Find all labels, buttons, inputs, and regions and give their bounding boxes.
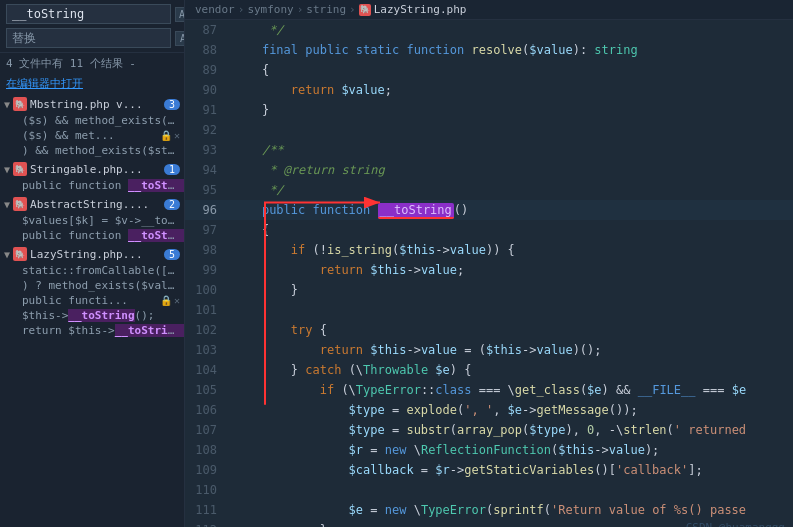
line-103: 103 return $this->value = ($this->value)… (185, 340, 793, 360)
filename-stringable: Stringable.php... (30, 163, 161, 176)
code-table: 87 */ 88 final public static function re… (185, 20, 793, 527)
line-code-87: */ (227, 20, 793, 40)
file-header-lazystring[interactable]: ▼ 🐘 LazyString.php... 5 (0, 245, 184, 263)
line-num-94: 94 (185, 160, 227, 180)
line-code-103: return $this->value = ($this->value)(); (227, 340, 793, 360)
line-num-92: 92 (185, 120, 227, 140)
search-input[interactable] (6, 4, 171, 24)
line-num-104: 104 (185, 360, 227, 380)
line-code-100: } (227, 280, 793, 300)
match-text-lazystring-2: public functi... (22, 294, 158, 307)
file-group-lazystring: ▼ 🐘 LazyString.php... 5 static::fromCall… (0, 245, 184, 338)
line-code-96: public function __toString() (227, 200, 793, 220)
line-96: 96 public function __toString() (185, 200, 793, 220)
line-code-93: /** (227, 140, 793, 160)
replace-input[interactable] (6, 28, 171, 48)
line-code-111: $e = new \TypeError(sprintf('Return valu… (227, 500, 793, 520)
code-container: 87 */ 88 final public static function re… (185, 20, 793, 527)
line-num-111: 111 (185, 500, 227, 520)
line-code-99: return $this->value; (227, 260, 793, 280)
match-lazystring-1[interactable]: ) ? method_exists($valu... (0, 278, 184, 293)
match-mbstring-2[interactable]: ) && method_exists($st... (0, 143, 184, 158)
line-95: 95 */ (185, 180, 793, 200)
line-code-104: } catch (\Throwable $e) { (227, 360, 793, 380)
file-header-abstractstring[interactable]: ▼ 🐘 AbstractString.... 2 (0, 195, 184, 213)
line-109: 109 $callback = $r->getStaticVariables()… (185, 460, 793, 480)
php-icon-mbstring: 🐘 (13, 97, 27, 111)
badge-stringable: 1 (164, 164, 180, 175)
badge-abstractstring: 2 (164, 199, 180, 210)
line-110: 110 (185, 480, 793, 500)
line-93: 93 /** (185, 140, 793, 160)
line-code-106: $type = explode(', ', $e->getMessage()); (227, 400, 793, 420)
file-list: ▼ 🐘 Mbstring.php v... 3 ($s) && method_e… (0, 95, 184, 527)
line-90: 90 return $value; (185, 80, 793, 100)
match-lazystring-0[interactable]: static::fromCallable([$v... (0, 263, 184, 278)
file-header-mbstring[interactable]: ▼ 🐘 Mbstring.php v... 3 (0, 95, 184, 113)
line-97: 97 { (185, 220, 793, 240)
php-icon-abstractstring: 🐘 (13, 197, 27, 211)
line-98: 98 if (!is_string($this->value)) { (185, 240, 793, 260)
line-code-88: final public static function resolve($va… (227, 40, 793, 60)
replace-ab-tag[interactable]: AB (175, 31, 185, 46)
line-num-90: 90 (185, 80, 227, 100)
breadcrumb-sep-3: › (349, 3, 356, 16)
line-102: 102 try { (185, 320, 793, 340)
filename-mbstring: Mbstring.php v... (30, 98, 161, 111)
close-icon-small[interactable]: ✕ (174, 130, 180, 141)
file-group-stringable: ▼ 🐘 Stringable.php... 1 public function … (0, 160, 184, 193)
match-mbstring-1[interactable]: ($s) && met... 🔒 ✕ (0, 128, 184, 143)
match-abstractstring-0[interactable]: $values[$k] = $v->__to... (0, 213, 184, 228)
chevron-down-icon-4: ▼ (4, 249, 10, 260)
line-code-92 (227, 120, 793, 140)
line-code-89: { (227, 60, 793, 80)
line-code-108: $r = new \ReflectionFunction($this->valu… (227, 440, 793, 460)
left-panel: Aa ab ✕ AB ⊞ 4 文件中有 11 个结果 - 在编辑器中打开 ▼ 🐘… (0, 0, 185, 527)
match-mbstring-0[interactable]: ($s) && method_exists(... (0, 113, 184, 128)
line-code-101 (227, 300, 793, 320)
line-num-88: 88 (185, 40, 227, 60)
chevron-down-icon-2: ▼ (4, 164, 10, 175)
match-stringable-0[interactable]: public function __toStri... (0, 178, 184, 193)
line-code-94: * @return string (227, 160, 793, 180)
line-104: 104 } catch (\Throwable $e) { (185, 360, 793, 380)
match-lazystring-2[interactable]: public functi... 🔒 ✕ (0, 293, 184, 308)
close-icon-small-2[interactable]: ✕ (174, 295, 180, 306)
aa-tag[interactable]: Aa (175, 7, 185, 22)
badge-lazystring: 5 (164, 249, 180, 260)
breadcrumb-string: string (306, 3, 346, 16)
breadcrumb-file-icon: 🐘 (359, 4, 371, 16)
line-num-96: 96 (185, 200, 227, 220)
line-code-109: $callback = $r->getStaticVariables()['ca… (227, 460, 793, 480)
breadcrumb-sep-2: › (297, 3, 304, 16)
file-group-mbstring: ▼ 🐘 Mbstring.php v... 3 ($s) && method_e… (0, 95, 184, 158)
line-100: 100 } (185, 280, 793, 300)
lock-icon: 🔒 (160, 130, 172, 141)
match-abstractstring-1[interactable]: public function __toStri... (0, 228, 184, 243)
match-text-mbstring-1: ($s) && met... (22, 129, 158, 142)
line-num-100: 100 (185, 280, 227, 300)
results-count: 4 文件中有 11 个结果 - (0, 53, 184, 74)
breadcrumb-vendor: vendor (195, 3, 235, 16)
match-lazystring-4[interactable]: return $this->__toStrin... (0, 323, 184, 338)
badge-mbstring: 3 (164, 99, 180, 110)
open-in-editor-link[interactable]: 在编辑器中打开 (0, 74, 184, 95)
match-lazystring-3[interactable]: $this->__toString(); (0, 308, 184, 323)
line-num-106: 106 (185, 400, 227, 420)
code-view[interactable]: 87 */ 88 final public static function re… (185, 20, 793, 527)
line-108: 108 $r = new \ReflectionFunction($this->… (185, 440, 793, 460)
line-num-95: 95 (185, 180, 227, 200)
line-code-95: */ (227, 180, 793, 200)
line-code-107: $type = substr(array_pop($type), 0, -\st… (227, 420, 793, 440)
line-num-105: 105 (185, 380, 227, 400)
editor-area: vendor › symfony › string › 🐘 LazyString… (185, 0, 793, 527)
line-code-110 (227, 480, 793, 500)
search-header: Aa ab ✕ AB ⊞ (0, 0, 184, 53)
line-num-108: 108 (185, 440, 227, 460)
line-99: 99 return $this->value; (185, 260, 793, 280)
line-num-91: 91 (185, 100, 227, 120)
line-111: 111 $e = new \TypeError(sprintf('Return … (185, 500, 793, 520)
file-header-stringable[interactable]: ▼ 🐘 Stringable.php... 1 (0, 160, 184, 178)
breadcrumb-bar: vendor › symfony › string › 🐘 LazyString… (185, 0, 793, 20)
line-code-102: try { (227, 320, 793, 340)
